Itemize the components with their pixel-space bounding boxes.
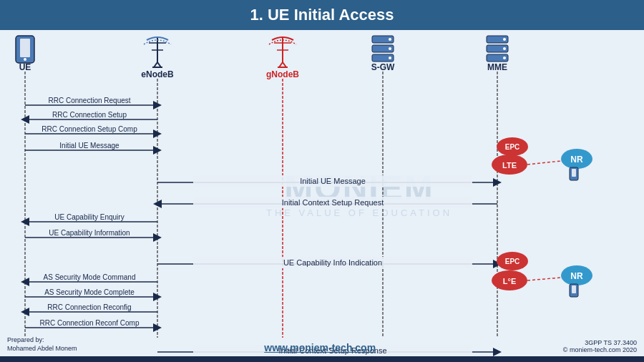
- svg-point-2: [24, 58, 26, 61]
- footer-left: Prepared by: Mohamed Abdel Monem: [7, 336, 77, 353]
- diagram-area: MONIEM THE VALUE OF EDUCATION UE eNodeB …: [0, 30, 644, 356]
- copyright-label: © moniem-tech.com 2020: [563, 346, 637, 353]
- svg-line-7: [154, 62, 157, 67]
- svg-rect-91: [572, 169, 576, 177]
- svg-text:Initial UE Message: Initial UE Message: [59, 142, 119, 150]
- author-name: Mohamed Abdel Monem: [7, 345, 77, 352]
- svg-text:RRC Connection Reconfig: RRC Connection Reconfig: [47, 303, 131, 311]
- svg-point-23: [389, 57, 391, 59]
- svg-rect-1: [20, 39, 30, 57]
- svg-text:RRC Connection Reconf Comp: RRC Connection Reconf Comp: [40, 319, 140, 327]
- svg-point-21: [389, 38, 391, 41]
- svg-text:S-GW: S-GW: [371, 62, 395, 72]
- footer: Prepared by: Mohamed Abdel Monem www.mon…: [0, 336, 644, 353]
- svg-line-15: [283, 62, 286, 67]
- svg-text:RRC Connection Request: RRC Connection Request: [48, 97, 130, 104]
- svg-text:EPC: EPC: [505, 258, 520, 265]
- page-title: 1. UE Initial Access: [250, 6, 394, 24]
- svg-text:NR: NR: [570, 155, 583, 165]
- svg-text:eNodeB: eNodeB: [141, 69, 174, 79]
- svg-text:gNodeB: gNodeB: [266, 69, 299, 79]
- svg-text:L°E: L°E: [503, 277, 516, 285]
- svg-line-98: [527, 278, 561, 280]
- svg-text:UE: UE: [19, 62, 31, 72]
- svg-point-28: [503, 38, 506, 41]
- svg-text:RRC Connection Setup Comp: RRC Connection Setup Comp: [42, 125, 137, 133]
- svg-text:LTE: LTE: [502, 161, 517, 170]
- svg-point-29: [503, 47, 506, 50]
- title-bar: 1. UE Initial Access: [0, 0, 644, 30]
- svg-rect-100: [572, 285, 576, 293]
- svg-text:AS Security Mode Command: AS Security Mode Command: [44, 273, 136, 281]
- svg-text:Initial Context Setup Request: Initial Context Setup Request: [282, 198, 384, 207]
- svg-point-30: [503, 57, 506, 59]
- svg-text:MME: MME: [487, 62, 507, 72]
- prepared-by-label: Prepared by:: [7, 336, 44, 343]
- footer-right: 3GPP TS 37.3400 © moniem-tech.com 2020: [563, 339, 637, 353]
- svg-line-8: [157, 62, 161, 67]
- svg-text:EPC: EPC: [505, 143, 520, 151]
- svg-text:Initial UE Message: Initial UE Message: [300, 177, 366, 185]
- svg-text:AS Security Mode Complete: AS Security Mode Complete: [44, 288, 135, 296]
- svg-line-89: [527, 161, 561, 165]
- diagram-svg: UE eNodeB gNodeB S-GW: [0, 30, 644, 356]
- footer-website: www.moniem-tech.com: [264, 342, 376, 353]
- svg-line-14: [279, 62, 283, 67]
- svg-text:UE Capability Info Indication: UE Capability Info Indication: [283, 258, 382, 267]
- svg-point-22: [389, 47, 391, 50]
- svg-text:UE Capability Enquiry: UE Capability Enquiry: [54, 213, 124, 221]
- svg-text:RRC Connection Setup: RRC Connection Setup: [52, 111, 127, 119]
- standard-label: 3GPP TS 37.3400: [585, 339, 637, 346]
- svg-text:NR: NR: [570, 271, 583, 281]
- svg-text:UE Capability Information: UE Capability Information: [49, 229, 130, 237]
